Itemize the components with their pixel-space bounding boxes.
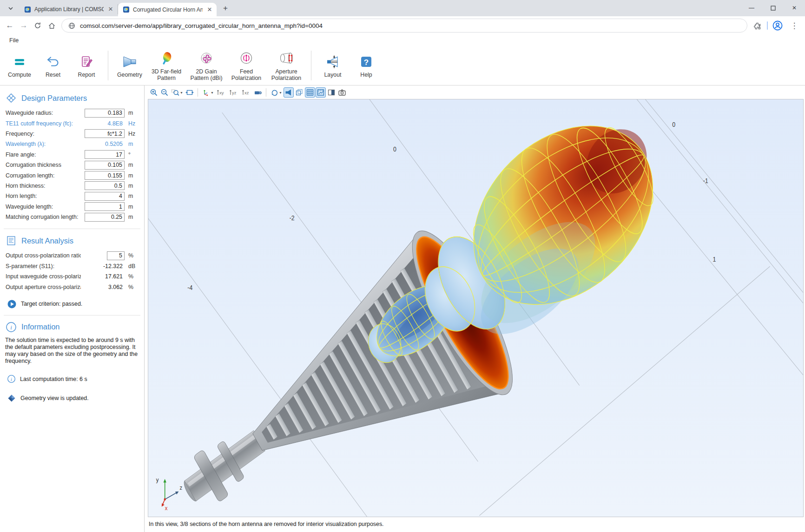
svg-text:?: ? — [364, 58, 369, 66]
corrugation-thickness-input[interactable] — [85, 161, 125, 170]
svg-text:i: i — [11, 377, 12, 382]
cross-pol-target-input[interactable] — [107, 251, 125, 260]
file-menu[interactable]: File — [7, 36, 21, 45]
reset-button[interactable]: Reset — [36, 51, 70, 80]
reset-undo-icon — [45, 53, 61, 70]
geometry-button[interactable]: Geometry — [113, 51, 146, 80]
param-row: Horn thickness: m — [0, 181, 144, 191]
waveguide-radius-input[interactable] — [85, 109, 125, 118]
profile-avatar-icon — [772, 20, 783, 31]
flare-angle-input[interactable] — [85, 150, 125, 159]
tab-close-button[interactable]: ✕ — [107, 6, 114, 13]
new-tab-button[interactable]: + — [219, 2, 231, 14]
view-xy-icon: xy — [216, 88, 226, 97]
tab-search-button[interactable] — [4, 2, 18, 15]
section-divider — [4, 315, 140, 315]
frequency-input[interactable] — [85, 129, 125, 138]
rotate-view-button[interactable]: ▼ — [269, 87, 283, 98]
camera-icon — [338, 88, 346, 97]
farfield-3d-blob-icon — [158, 50, 174, 67]
reload-button[interactable] — [31, 19, 45, 33]
param-row: Matching corrugation length: m — [0, 212, 144, 222]
profile-avatar-button[interactable] — [771, 19, 785, 33]
svg-text:x: x — [165, 505, 168, 512]
feed-polarization-button[interactable]: Feed Polarization — [226, 48, 266, 83]
compute-button[interactable]: Compute — [3, 51, 36, 80]
corrugation-length-input[interactable] — [85, 171, 125, 180]
aperture-polarization-button[interactable]: Aperture Polarization — [266, 48, 306, 83]
default-view-button[interactable]: ▼ — [201, 87, 215, 98]
play-circle-icon — [7, 300, 16, 309]
help-button[interactable]: ? Help — [350, 51, 383, 80]
navigation-bar: ← → comsol.com/server-demo/app/library_c… — [0, 16, 805, 35]
browser-menu-button[interactable]: ⋮ — [787, 19, 801, 33]
param-row: Wavelength (λ): 0.5205 m — [0, 139, 144, 149]
speaker-horn-icon — [284, 88, 293, 97]
compute-equals-icon — [12, 53, 27, 70]
geometry-horn-icon — [122, 53, 138, 70]
param-row: Frequency: Hz — [0, 129, 144, 139]
minimize-button[interactable]: — — [741, 0, 762, 16]
result-analysis-header: Result Analysis — [6, 235, 144, 246]
toolbar-separator — [311, 51, 311, 80]
home-button[interactable] — [45, 19, 59, 33]
toolbar-separator — [198, 88, 198, 97]
horn-length-input[interactable] — [85, 192, 125, 201]
main-content: Design Parameters Waveguide radius: m TE… — [0, 85, 805, 532]
split-background-button[interactable] — [326, 87, 337, 98]
graphics-canvas[interactable]: 0 -2 -4 0 -1 1 — [148, 99, 804, 517]
param-row: Waveguide length: m — [0, 202, 144, 212]
snapshot-button[interactable] — [337, 87, 347, 98]
report-button[interactable]: Report — [70, 51, 103, 80]
rotate-icon — [270, 88, 278, 97]
information-header: i Information — [6, 322, 144, 333]
waveguide-length-input[interactable] — [85, 202, 125, 211]
antenna-3d-scene: 0 -2 -4 0 -1 1 — [148, 99, 803, 517]
section-title: Information — [21, 322, 60, 331]
close-window-button[interactable]: ✕ — [784, 0, 805, 16]
scene-light-button[interactable] — [253, 87, 263, 98]
graphics-toolbar: ▼ ▼ xy yz xz — [148, 85, 804, 99]
result-row: Output aperture cross-polarization ratio… — [0, 282, 144, 292]
view-xy-plane-button[interactable]: xy — [215, 87, 227, 98]
param-row: TE11 cutoff frequency (fc): 4.8E8 Hz — [0, 118, 144, 128]
section-title: Design Parameters — [21, 94, 87, 103]
comsol-favicon-icon — [123, 6, 130, 13]
url-bar[interactable]: comsol.com/server-demo/app/library_corru… — [61, 19, 747, 33]
window-controls: — ✕ — [741, 0, 805, 16]
zoom-extents-button[interactable] — [185, 87, 195, 98]
zoom-in-button[interactable] — [149, 87, 159, 98]
matching-corrugation-length-input[interactable] — [85, 213, 125, 222]
forward-button[interactable]: → — [17, 19, 31, 33]
tab-corrugated-horn[interactable]: Corrugated Circular Horn Anten ✕ — [118, 3, 217, 16]
s-parameter-value: -12.322 — [85, 263, 125, 269]
view-yz-plane-button[interactable]: yz — [228, 87, 240, 98]
back-button[interactable]: ← — [3, 19, 17, 33]
svg-text:z: z — [179, 485, 182, 492]
plot-settings-button[interactable] — [316, 87, 326, 98]
param-row: Corrugation length: m — [0, 170, 144, 180]
grid-icon — [306, 88, 314, 97]
extensions-button[interactable] — [750, 19, 764, 33]
horn-thickness-input[interactable] — [85, 181, 125, 190]
param-row: Flare angle: ° — [0, 150, 144, 160]
param-row: Waveguide radius: m — [0, 108, 144, 118]
dropdown-caret-icon: ▼ — [279, 91, 282, 94]
report-document-icon — [79, 53, 94, 70]
navbar-right-icons: ⋮ — [750, 19, 801, 33]
tab-application-library[interactable]: Application Library | COMSOL S ✕ — [20, 4, 118, 14]
settings-sidebar: Design Parameters Waveguide radius: m TE… — [0, 85, 145, 532]
zoom-in-icon — [150, 88, 158, 97]
gain-2d-button[interactable]: 2D Gain Pattern (dBi) — [186, 48, 226, 83]
zoom-out-button[interactable] — [159, 87, 170, 98]
show-grid-button[interactable] — [305, 87, 315, 98]
view-xz-plane-button[interactable]: xz — [240, 87, 252, 98]
zoom-box-button[interactable]: ▼ — [170, 87, 184, 98]
speaker-toggle-button[interactable] — [284, 87, 294, 98]
layout-button[interactable]: Layout — [316, 51, 350, 80]
farfield-3d-button[interactable]: 3D Far-field Pattern — [146, 48, 186, 83]
transparency-box-button[interactable] — [294, 87, 304, 98]
app-menubar: File — [0, 35, 805, 46]
tab-close-button[interactable]: ✕ — [206, 6, 213, 13]
maximize-button[interactable] — [762, 0, 784, 16]
